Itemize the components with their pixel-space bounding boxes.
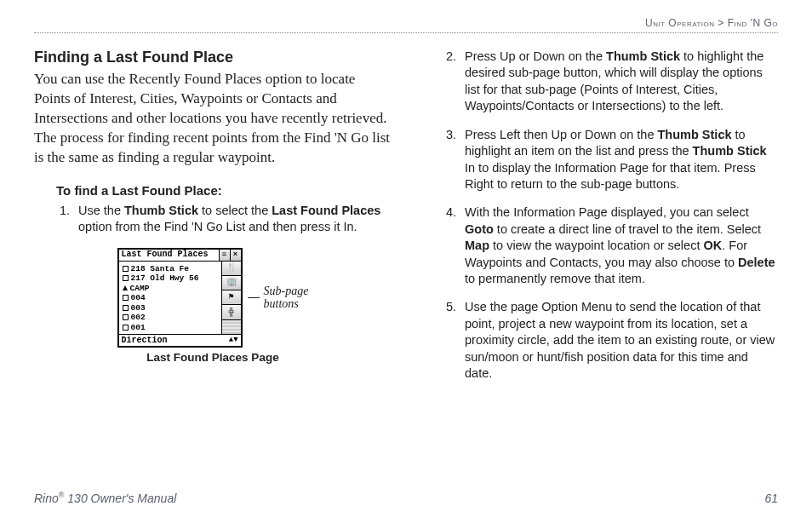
figure-callout: Sub-page buttons	[248, 285, 309, 311]
product-name: Rino® 130 Owner's Manual	[34, 491, 176, 505]
device-list-pane: 218 Santa Fe 217 Old Hwy 56 CAMP 004 003…	[119, 262, 222, 335]
close-icon: ×	[230, 250, 241, 261]
camp-icon	[123, 285, 128, 290]
scrollbar-icon	[222, 320, 241, 334]
list-item: CAMP	[123, 284, 218, 294]
list-item: 004	[123, 293, 218, 303]
window-menu-icon: ≡	[219, 250, 230, 261]
callout-text: Sub-page buttons	[264, 285, 309, 311]
breadcrumb: Unit Operation > Find 'N Go	[34, 17, 778, 32]
figure-caption: Last Found Places Page	[146, 351, 278, 364]
callout-line	[248, 297, 260, 298]
left-column: Finding a Last Found Place You can use t…	[34, 49, 392, 394]
waypoint-icon	[123, 305, 129, 311]
list-item: 003	[123, 303, 218, 313]
subpage-button-buildings-icon: 🏢	[222, 276, 241, 290]
waypoint-icon	[123, 314, 129, 320]
step-5: Use the page Option Menu to send the loc…	[460, 299, 778, 382]
subpage-button-road-icon: ╬	[222, 305, 241, 319]
sort-arrows-icon: ▲▼	[229, 336, 238, 344]
content-columns: Finding a Last Found Place You can use t…	[34, 49, 778, 394]
breadcrumb-sep: >	[715, 17, 728, 29]
steps-list-left: Use the Thumb Stick to select the Last F…	[34, 203, 392, 236]
page-footer: Rino® 130 Owner's Manual 61	[34, 491, 778, 505]
step-1: Use the Thumb Stick to select the Last F…	[73, 203, 392, 236]
breadcrumb-page: Find 'N Go	[728, 17, 778, 29]
device-subpage-buttons: 🍴 🏢 ⚑ ╬	[222, 262, 241, 335]
device-window-title: Last Found Places	[119, 250, 219, 261]
list-item: 002	[123, 313, 218, 323]
waypoint-icon	[123, 325, 129, 331]
device-titlebar: Last Found Places ≡ ×	[119, 250, 241, 262]
step-4: With the Information Page displayed, you…	[460, 204, 778, 287]
step-3: Press Left then Up or Down on the Thumb …	[460, 127, 778, 193]
right-column: Press Up or Down on the Thumb Stick to h…	[420, 49, 778, 394]
waypoint-icon	[123, 266, 129, 272]
header-rule	[34, 32, 778, 33]
figure: Last Found Places ≡ × 218 Santa Fe 217 O…	[34, 248, 392, 365]
intro-paragraph: You can use the Recently Found Places op…	[34, 70, 392, 168]
steps-list-right: Press Up or Down on the Thumb Stick to h…	[420, 49, 778, 382]
list-item: 218 Santa Fe	[123, 264, 218, 274]
subpage-button-food-icon: 🍴	[222, 262, 241, 276]
list-item: 217 Old Hwy 56	[123, 273, 218, 284]
breadcrumb-section: Unit Operation	[645, 17, 715, 29]
list-item: 001	[123, 323, 218, 333]
waypoint-icon	[123, 275, 129, 281]
page-title: Finding a Last Found Place	[34, 49, 392, 66]
step-2: Press Up or Down on the Thumb Stick to h…	[460, 49, 778, 115]
device-footer: Direction ▲▼	[119, 334, 241, 346]
manual-page: Unit Operation > Find 'N Go Finding a La…	[0, 0, 812, 529]
subpage-button-flag-icon: ⚑	[222, 290, 241, 305]
page-number: 61	[764, 492, 778, 505]
device-footer-label: Direction	[122, 336, 168, 345]
device-screenshot: Last Found Places ≡ × 218 Santa Fe 217 O…	[117, 248, 243, 348]
procedure-heading: To find a Last Found Place:	[56, 183, 392, 198]
waypoint-icon	[123, 295, 129, 301]
